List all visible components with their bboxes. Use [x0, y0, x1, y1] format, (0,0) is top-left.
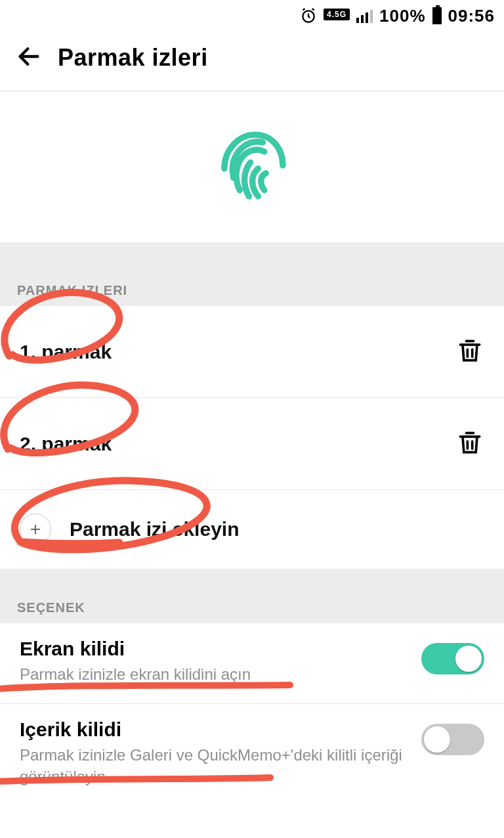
add-fingerprint-label: Parmak izi ekleyin [70, 518, 484, 540]
battery-icon [432, 7, 442, 24]
page-title: Parmak izleri [58, 44, 208, 72]
section-label-fingerprints: PARMAK IZLERI [0, 266, 504, 306]
delete-fingerprint-button[interactable] [455, 336, 484, 368]
fingerprint-row[interactable]: 2. parmak [0, 398, 504, 490]
fingerprint-icon [203, 116, 301, 217]
fingerprint-name: 2. parmak [20, 433, 455, 455]
fingerprint-name: 1. parmak [20, 341, 455, 363]
option-screen-lock[interactable]: Ekran kilidi Parmak izinizle ekran kilid… [0, 623, 504, 704]
toggle-content-lock[interactable] [421, 724, 484, 755]
clock: 09:56 [448, 6, 495, 26]
option-title: Ekran kilidi [20, 638, 408, 660]
plus-icon: + [20, 514, 51, 545]
battery-percent: 100% [379, 6, 426, 26]
back-button[interactable] [16, 43, 42, 72]
delete-fingerprint-button[interactable] [455, 428, 484, 460]
option-content-lock[interactable]: Içerik kilidi Parmak izinizle Galeri ve … [0, 704, 504, 806]
add-fingerprint-button[interactable]: + Parmak izi ekleyin [0, 490, 504, 569]
option-subtitle: Parmak izinizle ekran kilidini açın [20, 664, 408, 685]
option-subtitle: Parmak izinizle Galeri ve QuickMemo+'dek… [20, 745, 408, 787]
alarm-icon [300, 7, 317, 24]
status-bar: 4.5G 100% 09:56 [0, 0, 504, 32]
divider-strip [0, 242, 504, 266]
fingerprint-hero [0, 91, 504, 242]
option-title: Içerik kilidi [20, 718, 408, 741]
toggle-screen-lock[interactable] [421, 643, 484, 674]
fingerprint-row[interactable]: 1. parmak [0, 306, 504, 398]
fingerprint-list: 1. parmak 2. parmak [0, 306, 504, 569]
network-type-badge: 4.5G [324, 10, 350, 22]
section-label-options: SEÇENEK [0, 569, 504, 623]
signal-icon [356, 9, 373, 23]
app-header: Parmak izleri [0, 32, 504, 91]
